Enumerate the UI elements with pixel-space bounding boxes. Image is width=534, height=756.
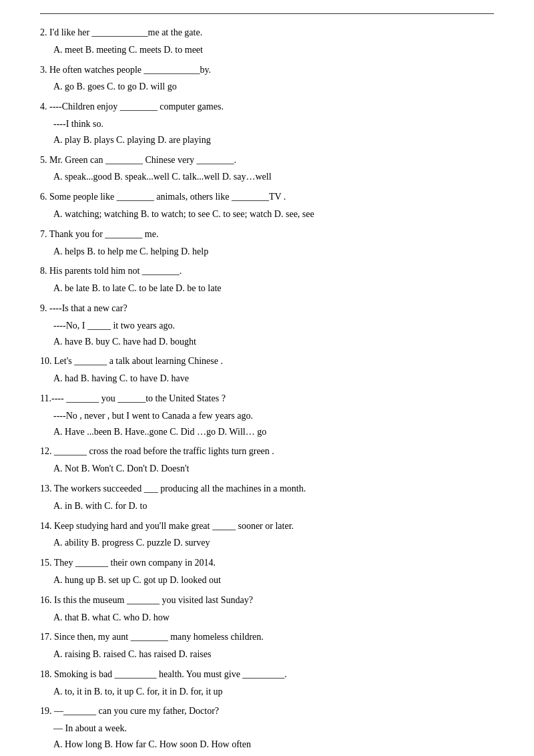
question-7: 7. Thank you for ________ me.A. helps B.… (40, 226, 494, 260)
question-sub-11: ----No , never , but I went to Canada a … (53, 408, 494, 424)
question-13: 13. The workers succeeded ___ producing … (40, 481, 494, 514)
question-4: 4. ----Children enjoy ________ computer … (40, 99, 494, 148)
question-text-17: 17. Since then, my aunt ________ many ho… (40, 629, 494, 645)
question-text-10: 10. Let's _______ a talk about learning … (40, 353, 494, 369)
question-options-5: A. speak...good B. speak...well C. talk.… (53, 169, 494, 185)
question-6: 6. Some people like ________ animals, ot… (40, 189, 494, 222)
question-options-11: A. Have ...been B. Have..gone C. Did …go… (53, 424, 494, 440)
question-16: 16. Is this the museum _______ you visit… (40, 592, 494, 626)
question-text-15: 15. They _______ their own company in 20… (40, 555, 494, 571)
question-options-13: A. in B. with C. for D. to (53, 498, 494, 514)
question-options-4: A. play B. plays C. playing D. are playi… (53, 132, 494, 148)
question-text-14: 14. Keep studying hard and you'll make g… (40, 518, 494, 534)
question-text-6: 6. Some people like ________ animals, ot… (40, 189, 494, 205)
question-18: 18. Smoking is bad _________ health. You… (40, 667, 494, 700)
question-15: 15. They _______ their own company in 20… (40, 555, 494, 588)
question-options-8: A. be late B. to late C. to be late D. b… (53, 280, 494, 297)
question-options-19: A. How long B. How far C. How soon D. Ho… (53, 737, 494, 753)
question-12: 12. _______ cross the road before the tr… (40, 443, 494, 477)
question-3: 3. He often watches people ____________b… (40, 62, 494, 96)
question-options-14: A. ability B. progress C. puzzle D. surv… (53, 535, 494, 551)
question-options-2: A. meet B. meeting C. meets D. to meet (53, 42, 494, 58)
question-options-9: A. have B. buy C. have had D. bought (53, 334, 494, 350)
question-17: 17. Since then, my aunt ________ many ho… (40, 629, 494, 663)
question-text-18: 18. Smoking is bad _________ health. You… (40, 667, 494, 683)
question-options-10: A. had B. having C. to have D. have (53, 371, 494, 387)
question-text-7: 7. Thank you for ________ me. (40, 226, 494, 242)
question-options-17: A. raising B. raised C. has raised D. ra… (53, 646, 494, 663)
question-options-7: A. helps B. to help me C. helping D. hel… (53, 244, 494, 260)
question-19: 19. —_______ can you cure my father, Doc… (40, 703, 494, 752)
question-sub-9: ----No, I _____ it two years ago. (53, 318, 494, 334)
question-text-11: 11.---- _______ you ______to the United … (40, 391, 494, 407)
question-text-8: 8. His parents told him not ________. (40, 263, 494, 279)
question-options-6: A. watching; watching B. to watch; to se… (53, 206, 494, 222)
question-14: 14. Keep studying hard and you'll make g… (40, 518, 494, 552)
question-sub-19: — In about a week. (53, 721, 494, 737)
question-options-16: A. that B. what C. who D. how (53, 610, 494, 626)
question-text-5: 5. Mr. Green can ________ Chinese very _… (40, 152, 494, 168)
question-options-12: A. Not B. Won't C. Don't D. Doesn't (53, 461, 494, 477)
question-text-19: 19. —_______ can you cure my father, Doc… (40, 703, 494, 719)
question-text-3: 3. He often watches people ____________b… (40, 62, 494, 78)
question-text-12: 12. _______ cross the road before the tr… (40, 443, 494, 459)
question-8: 8. His parents told him not ________.A. … (40, 263, 494, 297)
question-options-3: A. go B. goes C. to go D. will go (53, 79, 494, 95)
question-options-18: A. to, it in B. to, it up C. for, it in … (53, 684, 494, 700)
question-5: 5. Mr. Green can ________ Chinese very _… (40, 152, 494, 186)
question-2: 2. I'd like her ____________me at the ga… (40, 25, 494, 58)
question-text-13: 13. The workers succeeded ___ producing … (40, 481, 494, 497)
questions-container: 2. I'd like her ____________me at the ga… (40, 25, 494, 756)
top-divider (40, 13, 494, 14)
question-text-2: 2. I'd like her ____________me at the ga… (40, 25, 494, 41)
question-sub-4: ----I think so. (53, 116, 494, 132)
question-text-9: 9. ----Is that a new car? (40, 301, 494, 317)
question-11: 11.---- _______ you ______to the United … (40, 391, 494, 439)
question-options-15: A. hung up B. set up C. got up D. looked… (53, 572, 494, 588)
question-9: 9. ----Is that a new car?----No, I _____… (40, 301, 494, 349)
question-text-4: 4. ----Children enjoy ________ computer … (40, 99, 494, 115)
question-text-16: 16. Is this the museum _______ you visit… (40, 592, 494, 608)
question-10: 10. Let's _______ a talk about learning … (40, 353, 494, 387)
